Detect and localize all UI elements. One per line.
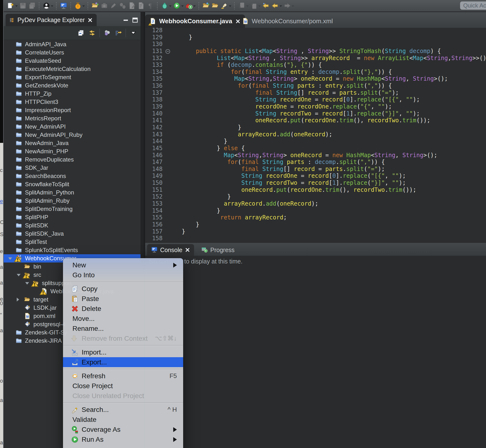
- tree-item-new-adminapi[interactable]: New_AdminAPI: [4, 122, 140, 131]
- tree-item-getzendeskvote[interactable]: GetZendeskVote: [4, 81, 140, 90]
- code-line-141[interactable]: 141 oneRecord.put(recordOne.trim(), reco…: [145, 117, 486, 124]
- code-line-156[interactable]: 156 }: [145, 221, 486, 228]
- debug-button[interactable]: [160, 1, 169, 10]
- code-line-129[interactable]: 129 }: [145, 34, 486, 41]
- menu-item-close-project[interactable]: Close Project: [63, 381, 183, 391]
- chevron-down-icon[interactable]: [82, 5, 85, 8]
- prev-annotation-button[interactable]: [249, 1, 258, 10]
- chevron-down-icon[interactable]: [181, 5, 184, 8]
- menu-item-validate[interactable]: Validate: [63, 415, 183, 424]
- tab-pydev-package-explorer[interactable]: PyDev Package Explorer: [6, 14, 97, 26]
- code-line-149[interactable]: 149 String recordOne = record[0].replace…: [145, 172, 486, 179]
- quick-access-input[interactable]: Quick Access: [460, 1, 486, 10]
- link-editor-button[interactable]: [87, 28, 97, 38]
- code-line-135[interactable]: 135 Map<String,String> oneRecord = new H…: [145, 75, 486, 82]
- tree-item-splitphp[interactable]: SplitPHP: [4, 213, 140, 221]
- next-annotation-button[interactable]: [237, 1, 246, 10]
- last-edit-button[interactable]: [127, 1, 136, 10]
- save-all-button[interactable]: [27, 1, 37, 10]
- code-line-143[interactable]: 143 arrayRecord.add(oneRecord);: [145, 131, 486, 138]
- back-badge-button[interactable]: [261, 1, 270, 10]
- code-line-148[interactable]: 148 final String[] record = parts.split(…: [145, 166, 486, 173]
- code-line-157[interactable]: 157 }: [145, 228, 486, 235]
- code-line-150[interactable]: 150 String recordTwo = record[1].replace…: [145, 179, 486, 186]
- console-tab-console[interactable]: Console: [147, 244, 194, 256]
- code-line-158[interactable]: 158: [145, 235, 486, 242]
- menu-item-export[interactable]: Export...: [63, 357, 183, 367]
- tree-item-http-zip[interactable]: HTTP_Zip: [4, 90, 140, 98]
- code-line-128[interactable]: 128: [145, 28, 486, 34]
- screenshot-button[interactable]: [100, 1, 109, 10]
- code-line-153[interactable]: 153 arrayRecord.add(oneRecord);: [145, 200, 486, 207]
- code-line-139[interactable]: 139 recordOne = recordOne.replace("{", "…: [145, 103, 486, 110]
- editor-tab-webhookconsumer-pom-xml[interactable]: M WebhookConsumer/pom.xml: [238, 15, 337, 28]
- tree-item-splitsdk-java[interactable]: SplitSDK_Java: [4, 230, 140, 238]
- code-line-147[interactable]: 147 for(final String parts : decomp.spli…: [145, 159, 486, 166]
- menu-item-paste[interactable]: Paste: [63, 294, 183, 304]
- code-line-131[interactable]: 131 public static List<Map<String , Stri…: [145, 48, 486, 55]
- expand-expand-arrow[interactable]: [17, 298, 21, 302]
- menu-item-delete[interactable]: Delete: [63, 304, 183, 314]
- code-line-132[interactable]: 132 List<Map<String , String>> arrayReco…: [145, 55, 486, 62]
- code-line-134[interactable]: 134 for(final String entry : decomp.spli…: [145, 69, 486, 76]
- forward-button[interactable]: [283, 1, 292, 10]
- code-line-151[interactable]: 151 oneRecord.put(recordOne.trim(), reco…: [145, 186, 486, 193]
- menu-item-remove-from-context[interactable]: Remove from Context⌥⇧⌘↓: [63, 334, 183, 343]
- tree-item-sdk-jar[interactable]: SDK_Jar: [4, 164, 140, 172]
- console-tab-progress[interactable]: Progress: [197, 244, 238, 256]
- chevron-down-icon[interactable]: [169, 5, 171, 8]
- tree-item-newadmin-java[interactable]: NewAdmin_Java: [4, 139, 140, 147]
- chevron-down-icon[interactable]: [246, 5, 249, 8]
- tree-item-exporttosegment[interactable]: ExportToSegment: [4, 73, 140, 81]
- tree-item-splunktosplitevents[interactable]: SplunkToSplitEvents: [4, 246, 140, 254]
- back-button[interactable]: [270, 1, 280, 10]
- code-line-145[interactable]: 145 } else {: [145, 145, 486, 152]
- menu-item-copy[interactable]: Copy: [63, 284, 183, 294]
- fold-gutter[interactable]: [165, 48, 171, 55]
- chevron-down-icon[interactable]: [280, 5, 282, 8]
- chevron-down-icon[interactable]: [15, 5, 18, 8]
- close-icon[interactable]: [185, 247, 190, 253]
- menu-item-import[interactable]: Import...: [63, 347, 183, 357]
- import-folder-button[interactable]: [201, 1, 211, 10]
- user-profile-button[interactable]: [42, 1, 51, 10]
- tree-item-correlateusers[interactable]: CorrelateUsers: [4, 48, 140, 57]
- tree-item-splitsdk[interactable]: SplitSDK: [4, 221, 140, 230]
- tree-item-splitadmin-python[interactable]: SplitAdmin_Python: [4, 188, 140, 197]
- tree-item-httpclient3[interactable]: HTTPClient3: [4, 98, 140, 106]
- code-line-140[interactable]: 140 String recordTwo = record[1].replace…: [145, 110, 486, 117]
- bookmarks-button[interactable]: [136, 1, 146, 10]
- code-line-155[interactable]: 155 return arrayRecord;: [145, 214, 486, 221]
- tree-item-splitadmin-ruby[interactable]: SplitAdmin_Ruby: [4, 197, 140, 205]
- editor-tab-webhookconsumer-java[interactable]: J WebhookConsumer.java: [145, 15, 245, 28]
- tree-item-new-adminapi-ruby[interactable]: New_AdminAPI_Ruby: [4, 131, 140, 139]
- tree-item-impressionreport[interactable]: ImpressionReport: [4, 106, 140, 114]
- menu-item-run-as[interactable]: Run As: [63, 434, 183, 444]
- tree-item-removeduplicates[interactable]: RemoveDuplicates: [4, 155, 140, 164]
- new-wizard-button[interactable]: [6, 1, 15, 10]
- debug-attach-button[interactable]: [118, 1, 127, 10]
- tree-item-newadmin-php[interactable]: NewAdmin_PHP: [4, 147, 140, 155]
- fold-collapse-icon[interactable]: [165, 49, 170, 54]
- code-editor[interactable]: 128129 }130131 public static List<Map<St…: [145, 28, 486, 243]
- mark-occurrences-button[interactable]: [220, 1, 229, 10]
- save-button[interactable]: [18, 1, 27, 10]
- view-menu-button[interactable]: [128, 28, 138, 38]
- code-line-144[interactable]: 144 }: [145, 138, 486, 145]
- tree-item-snowflaketosplit[interactable]: SnowflakeToSplit: [4, 180, 140, 188]
- code-line-136[interactable]: 136 for(final String parts : entry.split…: [145, 82, 486, 89]
- menu-item-close-unrelated-project[interactable]: Close Unrelated Project: [63, 391, 183, 401]
- expand-collapse-arrow[interactable]: [8, 257, 12, 262]
- close-icon[interactable]: [88, 17, 93, 23]
- clean-button[interactable]: [109, 1, 118, 10]
- run-button[interactable]: [172, 1, 181, 10]
- menu-item-coverage-as[interactable]: Coverage As: [63, 424, 183, 434]
- tree-item-splitdemotraining[interactable]: SplitDemoTraining: [4, 205, 140, 213]
- menu-item-new[interactable]: New: [63, 260, 183, 270]
- tree-item-searchbeacons[interactable]: SearchBeacons: [4, 172, 140, 180]
- open-folder-button[interactable]: [211, 1, 220, 10]
- code-line-154[interactable]: 154 }: [145, 207, 486, 214]
- console-view-button[interactable]: [59, 1, 68, 10]
- tree-item-executemetriccalculation[interactable]: ExecuteMetricCalculation: [4, 65, 140, 73]
- external-tools-button[interactable]: [184, 1, 193, 10]
